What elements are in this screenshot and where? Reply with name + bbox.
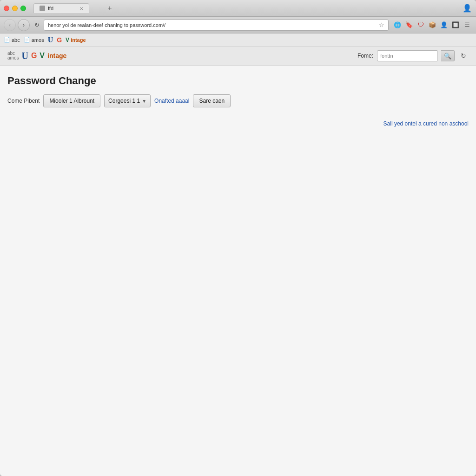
title-bar: ffd ✕ + 👤	[0, 0, 476, 17]
extension-icon-5[interactable]: 👤	[439, 20, 449, 30]
logo-top-text: abcamos	[7, 51, 19, 60]
active-tab[interactable]: ffd ✕	[33, 3, 89, 13]
minimize-button[interactable]	[12, 6, 18, 11]
toolbar: ‹ › ↻ henor yoi de realan-dee! chaning t…	[0, 17, 476, 33]
forward-button[interactable]: ›	[18, 19, 30, 31]
logo-g-icon: G	[57, 36, 62, 44]
logo-block: abcamos	[7, 51, 19, 60]
address-bar[interactable]: henor yoi de realan-dee! chaning to pass…	[44, 20, 389, 31]
logo-v-header: V	[40, 52, 45, 60]
action-label: Come Pibent	[7, 98, 40, 104]
home-label: Fome:	[357, 53, 373, 59]
extension-icon-2[interactable]: 🔖	[404, 20, 414, 30]
bottom-link-row: Sall yed ontel a cured non aschool	[0, 117, 476, 131]
search-input[interactable]	[377, 50, 437, 61]
bookmark-label-2: amos	[32, 37, 44, 43]
bookmarks-bar: 📄 abc 📄 amos U G V intage	[0, 33, 476, 46]
header-right: Fome: 🔍 ↻	[357, 50, 469, 61]
bookmark-item-logo-u[interactable]: U	[48, 36, 53, 44]
extension-icon-3[interactable]: 🛡	[416, 20, 426, 30]
user-icon[interactable]: 👤	[462, 3, 472, 13]
logo-g-header: G	[31, 52, 37, 60]
page-header: abcamos U G V intage Fome: 🔍 ↻	[0, 46, 476, 66]
back-button[interactable]: ‹	[4, 19, 16, 31]
logo-vintage-text: intage	[71, 37, 86, 43]
page-title: Password Change	[7, 75, 469, 87]
logo-v-icon: V	[66, 37, 69, 43]
bookmark-item-logo-g[interactable]: G	[57, 36, 62, 44]
menu-button[interactable]: ☰	[462, 20, 472, 30]
action-row: Come Pibent Miooler 1 Albrount Corgeesi …	[7, 94, 469, 107]
bookmark-item-vintage[interactable]: V intage	[66, 37, 86, 43]
header-logo-area: abcamos U G V intage	[7, 51, 66, 61]
btn-corgeesi-label: Corgeesi 1 1	[108, 98, 140, 104]
inner-page: abcamos U G V intage Fome: 🔍 ↻ Password …	[0, 46, 476, 476]
maximize-button[interactable]	[20, 6, 26, 11]
logo-u-header: U	[21, 51, 28, 61]
bookmark-star-icon[interactable]: ☆	[379, 21, 384, 28]
extension-icon-6[interactable]: 🔲	[450, 20, 461, 30]
reload-button[interactable]: ↻	[32, 20, 42, 30]
main-content: Password Change Come Pibent Miooler 1 Al…	[0, 66, 476, 117]
tab-bar: ffd ✕ +	[33, 3, 457, 13]
bottom-link[interactable]: Sall yed ontel a cured non aschool	[383, 120, 469, 127]
traffic-lights	[4, 6, 26, 11]
btn-corgeesi[interactable]: Corgeesi 1 1 ▼	[104, 94, 151, 107]
bookmark-item-2[interactable]: 📄 amos	[24, 37, 44, 43]
tab-title: ffd	[48, 6, 77, 11]
logo-u-icon: U	[48, 36, 53, 44]
tab-close-icon[interactable]: ✕	[79, 6, 83, 11]
page-refresh-button[interactable]: ↻	[458, 51, 469, 61]
btn-sare[interactable]: Sare caen	[193, 94, 231, 107]
new-tab-button[interactable]: +	[105, 4, 114, 13]
tab-favicon	[40, 6, 45, 11]
link-onafted[interactable]: Onafted aaaal	[154, 98, 189, 104]
address-text: henor yoi de realan-dee! chaning to pass…	[48, 22, 377, 28]
browser-window: ffd ✕ + 👤 ‹ › ↻ henor yoi de realan-dee!…	[0, 0, 476, 476]
page-content: abcamos U G V intage Fome: 🔍 ↻ Password …	[0, 46, 476, 476]
bookmark-item-1[interactable]: 📄 abc	[4, 37, 20, 43]
close-button[interactable]	[4, 6, 9, 11]
extension-icon-4[interactable]: 📦	[427, 20, 437, 30]
toolbar-extensions: 🌐 🔖 🛡 📦 👤 🔲 ☰	[392, 20, 472, 30]
search-button[interactable]: 🔍	[441, 50, 455, 61]
logo-vintage-header: intage	[47, 52, 66, 60]
bookmark-label-1: abc	[12, 37, 20, 43]
bookmark-icon-1: 📄	[4, 37, 10, 43]
dropdown-arrow-icon: ▼	[142, 99, 146, 104]
extension-icon-1[interactable]: 🌐	[392, 20, 403, 30]
btn-miooler[interactable]: Miooler 1 Albrount	[43, 94, 100, 107]
bookmark-icon-2: 📄	[24, 37, 30, 43]
